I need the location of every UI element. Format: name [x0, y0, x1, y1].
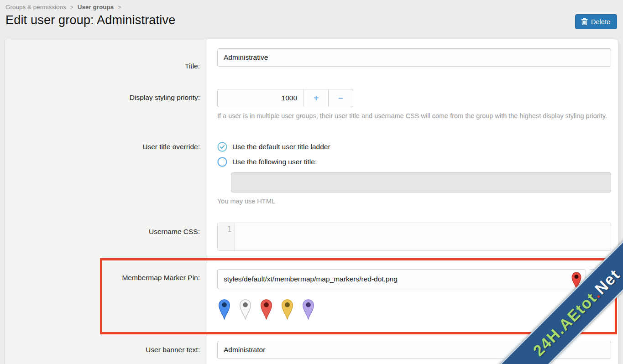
- form-row-user-title-override: User title override: Use the default use…: [5, 142, 618, 205]
- upload-icon: [594, 273, 606, 285]
- radio-unselected-icon: [217, 157, 227, 167]
- form-row-title: Title:: [5, 39, 618, 70]
- radio-default-title-ladder-label: Use the default user title ladder: [232, 143, 330, 151]
- form-row-username-css: Username CSS: 1: [5, 223, 618, 251]
- username-css-editor[interactable]: 1: [217, 223, 611, 251]
- trash-icon: [581, 18, 588, 26]
- custom-user-title-input[interactable]: [231, 172, 611, 192]
- form-row-membermap-marker-pin: Membermap Marker Pin:: [5, 258, 618, 334]
- user-title-override-label: User title override:: [5, 142, 207, 205]
- breadcrumb: Groups & permissions > User groups >: [0, 0, 623, 11]
- title-input[interactable]: [217, 48, 611, 67]
- user-banner-text-input[interactable]: [217, 341, 611, 359]
- username-css-label: Username CSS:: [5, 223, 207, 251]
- membermap-marker-pin-label: Membermap Marker Pin:: [5, 269, 207, 321]
- html-hint-text: You may use HTML: [217, 198, 611, 205]
- delete-button-label: Delete: [591, 18, 610, 26]
- title-label: Title:: [5, 48, 207, 70]
- page-title: Edit user group: Administrative: [5, 13, 175, 27]
- marker-pin-blue[interactable]: [217, 297, 231, 321]
- priority-hint-text: If a user is in multiple user groups, th…: [217, 111, 611, 121]
- upload-marker-button[interactable]: [589, 269, 611, 289]
- edit-user-group-form: Title: Display styling priority: + − If …: [5, 39, 618, 364]
- form-row-user-banner-text: User banner text:: [5, 341, 618, 359]
- code-line-number: 1: [218, 223, 235, 250]
- radio-selected-icon: [217, 142, 227, 152]
- user-banner-text-label: User banner text:: [5, 341, 207, 359]
- marker-pin-path-input[interactable]: [217, 269, 586, 289]
- marker-pin-white[interactable]: [238, 297, 252, 321]
- display-styling-priority-label: Display styling priority:: [5, 89, 207, 121]
- breadcrumb-groups-permissions[interactable]: Groups & permissions: [5, 4, 66, 10]
- radio-following-user-title-label: Use the following user title:: [232, 158, 317, 166]
- priority-decrement-button[interactable]: −: [329, 89, 353, 107]
- code-editor-area[interactable]: [235, 223, 611, 250]
- breadcrumb-separator: >: [70, 4, 73, 10]
- marker-pin-red[interactable]: [259, 297, 273, 321]
- marker-pin-choices: [217, 297, 611, 321]
- priority-input[interactable]: [217, 89, 304, 107]
- delete-button[interactable]: Delete: [575, 14, 617, 29]
- radio-following-user-title[interactable]: Use the following user title:: [217, 157, 611, 167]
- page-header: Edit user group: Administrative Delete: [0, 11, 623, 29]
- priority-spinner: + −: [217, 89, 353, 107]
- priority-increment-button[interactable]: +: [304, 89, 329, 107]
- marker-pin-purple[interactable]: [301, 297, 315, 321]
- marker-pin-yellow[interactable]: [280, 297, 294, 321]
- breadcrumb-user-groups[interactable]: User groups: [78, 4, 114, 10]
- form-row-display-styling-priority: Display styling priority: + − If a user …: [5, 89, 618, 121]
- breadcrumb-separator: >: [118, 4, 121, 10]
- radio-default-title-ladder[interactable]: Use the default user title ladder: [217, 142, 611, 152]
